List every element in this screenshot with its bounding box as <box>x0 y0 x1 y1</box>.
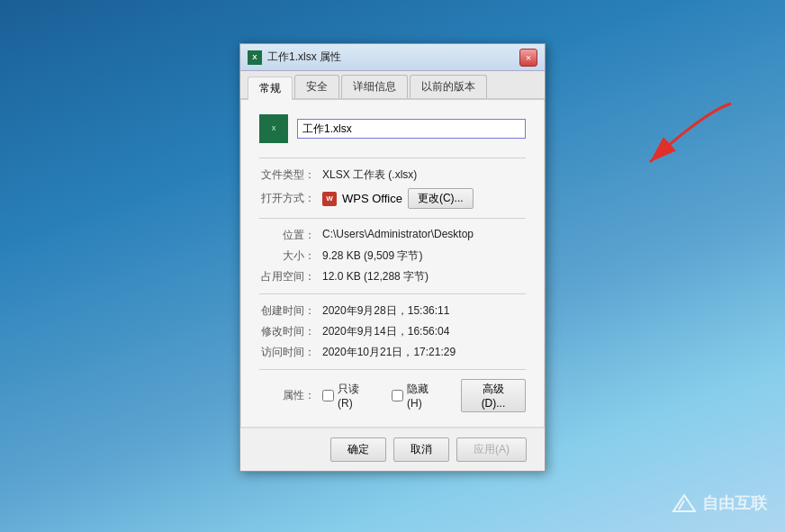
close-button[interactable]: × <box>519 49 537 67</box>
file-type-section: 文件类型： XLSX 工作表 (.xlsx) 打开方式： W WPS Offic… <box>259 167 526 209</box>
title-bar: X 工作1.xlsx 属性 × <box>240 44 545 71</box>
disk-size-label: 占用空间： <box>259 269 322 284</box>
watermark: 自由互联 <box>672 492 767 514</box>
location-label: 位置： <box>259 228 322 243</box>
created-label: 创建时间： <box>259 303 322 319</box>
hidden-checkbox[interactable] <box>392 390 403 401</box>
open-with-app: WPS Office <box>342 192 402 205</box>
cancel-button[interactable]: 取消 <box>393 437 449 462</box>
filename-row: X <box>259 114 526 143</box>
readonly-label: 只读(R) <box>338 382 374 410</box>
readonly-checkbox-label[interactable]: 只读(R) <box>322 382 374 410</box>
divider-4 <box>259 369 526 370</box>
tab-security[interactable]: 安全 <box>294 75 339 98</box>
divider-3 <box>259 293 526 294</box>
modified-row: 修改时间： 2020年9月14日，16:56:04 <box>259 324 526 339</box>
tab-bar: 常规 安全 详细信息 以前的版本 <box>240 71 545 100</box>
divider-1 <box>259 158 526 158</box>
ok-button[interactable]: 确定 <box>330 437 386 462</box>
file-type-label: 文件类型： <box>259 167 322 183</box>
created-value: 2020年9月28日，15:36:11 <box>322 303 526 319</box>
advanced-button[interactable]: 高级(D)... <box>461 379 526 412</box>
hidden-label: 隐藏(H) <box>407 382 443 410</box>
location-value: C:\Users\Administrator\Desktop <box>322 228 526 240</box>
readonly-checkbox[interactable] <box>322 390 334 401</box>
size-label: 大小： <box>259 248 322 264</box>
attr-checkboxes: 只读(R) 隐藏(H) 高级(D)... <box>322 379 526 412</box>
file-icon: X <box>259 114 288 143</box>
tab-general[interactable]: 常规 <box>248 77 293 100</box>
apply-button[interactable]: 应用(A) <box>456 437 527 462</box>
open-with-row: 打开方式： W WPS Office 更改(C)... <box>259 188 526 209</box>
wps-icon: W <box>322 192 337 206</box>
created-row: 创建时间： 2020年9月28日，15:36:11 <box>259 303 526 319</box>
dialog-icon: X <box>248 50 262 65</box>
open-with-label: 打开方式： <box>259 191 322 206</box>
divider-2 <box>259 218 526 219</box>
timestamps-section: 创建时间： 2020年9月28日，15:36:11 修改时间： 2020年9月1… <box>259 303 526 360</box>
location-section: 位置： C:\Users\Administrator\Desktop 大小： 9… <box>259 228 526 284</box>
dialog-content: X 文件类型： XLSX 工作表 (.xlsx) 打开方式： W WPS Off <box>240 100 545 428</box>
properties-dialog: X 工作1.xlsx 属性 × 常规 安全 详细信息 以前的版本 X <box>239 43 546 472</box>
location-row: 位置： C:\Users\Administrator\Desktop <box>259 228 526 243</box>
watermark-icon <box>672 493 697 513</box>
accessed-value: 2020年10月21日，17:21:29 <box>322 345 526 360</box>
file-icon-label: X <box>272 125 276 132</box>
title-bar-left: X 工作1.xlsx 属性 <box>248 50 341 65</box>
open-with-value: W WPS Office 更改(C)... <box>322 188 526 209</box>
hidden-checkbox-label[interactable]: 隐藏(H) <box>392 382 443 410</box>
change-open-with-button[interactable]: 更改(C)... <box>408 188 474 209</box>
file-type-row: 文件类型： XLSX 工作表 (.xlsx) <box>259 167 526 183</box>
modified-value: 2020年9月14日，16:56:04 <box>322 324 526 339</box>
size-value: 9.28 KB (9,509 字节) <box>322 248 526 264</box>
accessed-label: 访问时间： <box>259 345 322 360</box>
attributes-row: 属性： 只读(R) 隐藏(H) 高级(D)... <box>259 379 526 412</box>
svg-marker-1 <box>673 495 695 511</box>
desktop: X 工作1.xlsx 属性 × 常规 安全 详细信息 以前的版本 X <box>0 0 785 532</box>
modified-label: 修改时间： <box>259 324 322 339</box>
annotation-arrow <box>632 95 740 176</box>
dialog-title: 工作1.xlsx 属性 <box>267 50 341 65</box>
size-row: 大小： 9.28 KB (9,509 字节) <box>259 248 526 264</box>
disk-size-value: 12.0 KB (12,288 字节) <box>322 269 526 284</box>
tab-previous-versions[interactable]: 以前的版本 <box>410 75 487 98</box>
watermark-text: 自由互联 <box>702 492 767 514</box>
accessed-row: 访问时间： 2020年10月21日，17:21:29 <box>259 345 526 360</box>
dialog-footer: 确定 取消 应用(A) <box>240 428 545 471</box>
file-type-value: XLSX 工作表 (.xlsx) <box>322 167 526 183</box>
tab-details[interactable]: 详细信息 <box>341 75 408 98</box>
attr-label: 属性： <box>259 388 322 403</box>
filename-input[interactable] <box>297 119 526 139</box>
disk-size-row: 占用空间： 12.0 KB (12,288 字节) <box>259 269 526 284</box>
